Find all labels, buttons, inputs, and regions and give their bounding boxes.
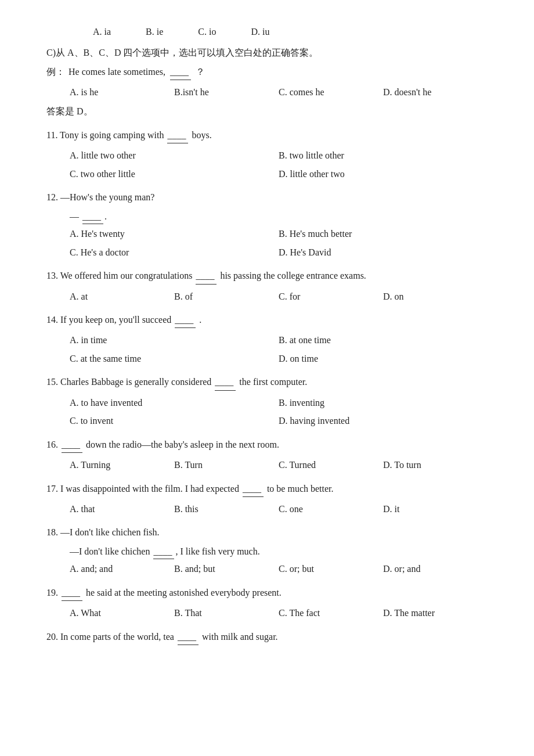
header-options: A. ia B. ie C. io D. iu [93, 23, 488, 41]
question-17: 17. I was disappointed with the film. I … [46, 481, 488, 518]
option-11-1: B. two little other [279, 147, 488, 164]
options-17: A. thatB. thisC. oneD. it [70, 501, 488, 518]
option-14-2: C. at the same time [70, 350, 279, 368]
example-section: 例： He comes late sometimes, ____ ？ A. is… [46, 64, 488, 119]
option-11-3: D. little other two [279, 165, 488, 183]
option-12-3: D. He's David [279, 244, 488, 261]
question-20: 20. In come parts of the world, tea ____… [46, 629, 488, 645]
option-17-1: B. this [174, 501, 279, 518]
instruction: C)从 A、B、C、D 四个选项中，选出可以填入空白处的正确答案。 [46, 45, 488, 60]
options-18: A. and; andB. and; butC. or; butD. or; a… [70, 560, 488, 578]
option-16-0: A. Turning [70, 456, 174, 474]
question-text-18: 18. —I don't like chichen fish. [46, 524, 488, 540]
question-text-16: 16. ____ down the radio—the baby's aslee… [46, 437, 488, 453]
question-13: 13. We offered him our congratulations _… [46, 268, 488, 305]
question-blank-19: ____ [62, 585, 82, 601]
options-19: A. WhatB. ThatC. The factD. The matter [70, 604, 488, 622]
question-15: 15. Charles Babbage is generally conside… [46, 374, 488, 429]
option-18-1: B. and; but [174, 560, 279, 578]
option-14-1: B. at one time [279, 332, 488, 349]
sub-blank-18: ____ [153, 544, 174, 560]
question-text-12: 12. —How's the young man? [46, 189, 488, 205]
question-blank-15: ____ [215, 374, 236, 390]
example-end: ？ [196, 64, 205, 80]
question-11: 11. Tony is going camping with ____ boys… [46, 127, 488, 182]
option-11-2: C. two other little [70, 165, 279, 183]
question-12: 12. —How's the young man?— ____.A. He's … [46, 189, 488, 261]
option-15-0: A. to have invented [70, 394, 279, 412]
option-16-2: C. Turned [279, 456, 383, 474]
example-blank: ____ [170, 64, 191, 80]
option-13-2: C. for [279, 288, 383, 305]
example-question-text: He comes late sometimes, [68, 64, 165, 80]
sub-question-12: — ____. [70, 209, 488, 225]
question-19: 19. ____ he said at the meeting astonish… [46, 585, 488, 622]
option-13-1: B. of [174, 288, 279, 305]
option-19-1: B. That [174, 604, 279, 622]
example-option-a: A. is he [70, 84, 174, 101]
options-16: A. TurningB. TurnC. TurnedD. To turn [70, 456, 488, 474]
option-19-3: D. The matter [383, 604, 488, 622]
question-blank-11: ____ [167, 127, 188, 143]
option-13-0: A. at [70, 288, 174, 305]
option-19-0: A. What [70, 604, 174, 622]
option-15-2: C. to invent [70, 412, 279, 430]
question-text-15: 15. Charles Babbage is generally conside… [46, 374, 488, 390]
header-option-c: C. io [198, 23, 216, 41]
option-18-3: D. or; and [383, 560, 488, 578]
options-15: A. to have inventedB. inventingC. to inv… [70, 394, 488, 430]
example-label: 例： [46, 64, 65, 80]
option-17-0: A. that [70, 501, 174, 518]
example-options: A. is he B.isn't he C. comes he D. doesn… [70, 84, 488, 101]
question-18: 18. —I don't like chichen fish.—I don't … [46, 524, 488, 577]
question-text-13: 13. We offered him our congratulations _… [46, 268, 488, 284]
question-text-20: 20. In come parts of the world, tea ____… [46, 629, 488, 645]
header-option-b: B. ie [146, 23, 163, 41]
option-17-2: C. one [279, 501, 383, 518]
options-12: A. He's twentyB. He's much betterC. He's… [70, 225, 488, 261]
sub-question-18: —I don't like chichen ____, I like fish … [70, 544, 488, 560]
sub-blank-12: ____ [82, 209, 103, 225]
option-15-3: D. having invented [279, 412, 488, 430]
option-12-1: B. He's much better [279, 225, 488, 243]
options-13: A. atB. ofC. forD. on [70, 288, 488, 305]
example-option-d: D. doesn't he [383, 84, 488, 101]
example-option-c: C. comes he [279, 84, 383, 101]
option-17-3: D. it [383, 501, 488, 518]
options-14: A. in timeB. at one timeC. at the same t… [70, 332, 488, 367]
question-blank-13: ____ [196, 268, 217, 284]
question-text-17: 17. I was disappointed with the film. I … [46, 481, 488, 497]
question-16: 16. ____ down the radio—the baby's aslee… [46, 437, 488, 474]
question-blank-20: ____ [178, 629, 199, 645]
answer: 答案是 D。 [46, 104, 488, 119]
option-12-2: C. He's a doctor [70, 244, 279, 261]
question-blank-17: ____ [243, 481, 264, 497]
option-12-0: A. He's twenty [70, 225, 279, 243]
question-blank-14: ____ [175, 312, 196, 328]
option-14-3: D. on time [279, 350, 488, 368]
question-text-14: 14. If you keep on, you'll succeed ____ … [46, 312, 488, 328]
option-13-3: D. on [383, 288, 488, 305]
option-18-0: A. and; and [70, 560, 174, 578]
option-14-0: A. in time [70, 332, 279, 349]
option-16-3: D. To turn [383, 456, 488, 474]
header-option-d: D. iu [251, 23, 269, 41]
option-19-2: C. The fact [279, 604, 383, 622]
question-text-19: 19. ____ he said at the meeting astonish… [46, 585, 488, 601]
option-15-1: B. inventing [279, 394, 488, 412]
option-11-0: A. little two other [70, 147, 279, 164]
question-blank-16: ____ [62, 437, 82, 453]
question-14: 14. If you keep on, you'll succeed ____ … [46, 312, 488, 367]
options-11: A. little two otherB. two little otherC.… [70, 147, 488, 182]
option-18-2: C. or; but [279, 560, 383, 578]
question-text-11: 11. Tony is going camping with ____ boys… [46, 127, 488, 143]
header-option-a: A. ia [93, 23, 111, 41]
questions-container: 11. Tony is going camping with ____ boys… [46, 127, 488, 645]
example-option-b: B.isn't he [174, 84, 279, 101]
option-16-1: B. Turn [174, 456, 279, 474]
